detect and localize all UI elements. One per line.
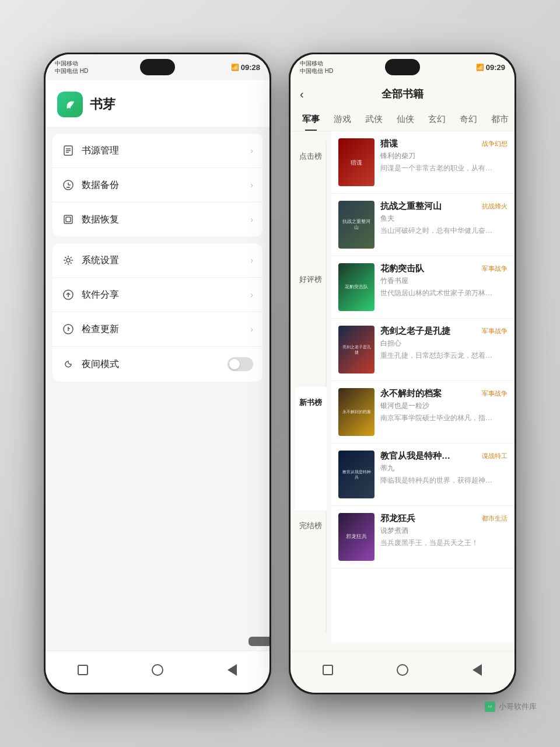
rank-new[interactable]: 新书榜 <box>295 387 327 510</box>
book-info-5: 永不解封的档案 军事战争 银河也是一粒沙 南京军事学院硕士毕业的林凡，指… <box>380 388 508 423</box>
book-cover-2: 抗战之重整河山 <box>338 201 374 249</box>
rank-complete[interactable]: 完结榜 <box>295 510 327 633</box>
book-author-7: 说梦煮酒 <box>380 526 508 536</box>
app-header: 书芽 <box>46 80 270 127</box>
menu-group-1: 书源管理 › 数据备份 › <box>52 134 262 236</box>
book-desc-7: 当兵废黑手王，当是兵天之王！ <box>380 538 508 548</box>
night-mode-toggle[interactable] <box>228 357 253 371</box>
nav-home-button-2[interactable] <box>393 661 412 679</box>
arrow-icon-2: › <box>250 180 253 190</box>
book-info-2: 抗战之重整河山 抗战烽火 鱼夫 当山河破碎之时，总有中华健儿奋… <box>380 201 508 236</box>
book-title-6: 教官从我是特种… <box>380 451 450 462</box>
carrier-info-2: 中国移动 中国电信 HD <box>300 60 333 75</box>
square-icon <box>78 665 88 675</box>
arrow-icon-6: › <box>250 324 253 334</box>
night-mode-label: 夜间模式 <box>82 358 228 371</box>
menu-night-mode[interactable]: 夜间模式 <box>52 347 262 382</box>
menu-data-backup[interactable]: 数据备份 › <box>52 168 262 203</box>
book-info-7: 邪龙狂兵 都市生活 说梦煮酒 当兵废黑手王，当是兵天之王！ <box>380 513 508 548</box>
book-desc-4: 重生孔捷，日常怼彭李云龙，怼着… <box>380 351 508 361</box>
back-triangle-icon <box>228 664 237 676</box>
share-label: 软件分享 <box>82 289 250 301</box>
tab-games[interactable]: 游戏 <box>327 108 358 131</box>
tab-qihuan[interactable]: 奇幻 <box>453 108 484 131</box>
nav-back-button[interactable] <box>223 661 242 679</box>
book-tag-5: 军事战争 <box>482 389 508 398</box>
book-list: 猎谍 猎谍 战争幻想 锋利的柴刀 间谍是一个非常古老的职业，从有… 抗战之重整河… <box>331 131 514 643</box>
tab-dushi[interactable]: 都市 <box>484 108 514 131</box>
book-cover-1: 猎谍 <box>338 138 374 186</box>
rank-click[interactable]: 点击榜 <box>295 141 327 264</box>
book-tag-3: 军事战争 <box>482 264 508 273</box>
svg-rect-9 <box>64 215 72 224</box>
settings-label: 系统设置 <box>82 254 250 267</box>
book-title-5: 永不解封的档案 <box>380 388 442 399</box>
arrow-icon-1: › <box>250 146 253 155</box>
book-cover-4: 亮剑之老子是孔捷 <box>338 326 374 374</box>
book-author-3: 竹香书屋 <box>380 276 508 286</box>
book-tag-2: 抗战烽火 <box>482 202 508 211</box>
book-source-label: 书源管理 <box>82 145 250 157</box>
menu-update[interactable]: 检查更新 › <box>52 312 262 347</box>
book-title-4: 亮剑之老子是孔捷 <box>380 326 450 337</box>
tab-xuanhuan[interactable]: 玄幻 <box>421 108 453 131</box>
content-area: 点击榜 好评榜 新书榜 完结榜 猎谍 猎谍 战争幻想 锋利的柴刀 <box>290 131 514 643</box>
svg-rect-10 <box>66 217 71 222</box>
status-bar-2: 中国移动 中国电信 HD 📶 09:29 <box>290 54 514 80</box>
book-item-6[interactable]: 教官从我是特种兵 教官从我是特种… 谍战特工 蒂九 降临我是特种兵的世界，获得超… <box>331 444 514 506</box>
menu-data-restore[interactable]: 数据恢复 › <box>52 203 262 236</box>
book-desc-1: 间谍是一个非常古老的职业，从有… <box>380 163 508 173</box>
moon-icon <box>62 358 75 371</box>
book-info-6: 教官从我是特种… 谍战特工 蒂九 降临我是特种兵的世界，获得超神… <box>380 451 508 486</box>
backup-label: 数据备份 <box>82 179 250 191</box>
page-header: ‹ 全部书籍 <box>290 80 514 108</box>
book-cover-3: 花豹突击队 <box>338 263 374 311</box>
book-author-5: 银河也是一粒沙 <box>380 401 508 411</box>
nav-square-button[interactable] <box>74 661 92 679</box>
book-desc-2: 当山河破碎之时，总有中华健儿奋… <box>380 226 508 236</box>
nav-home-button[interactable] <box>148 661 167 679</box>
book-info-4: 亮剑之老子是孔捷 军事战争 白担心 重生孔捷，日常怼彭李云龙，怼着… <box>380 326 508 361</box>
book-item-5[interactable]: 永不解封的档案 永不解封的档案 军事战争 银河也是一粒沙 南京军事学院硕士毕业的… <box>331 381 514 444</box>
phone-booklist: 中国移动 中国电信 HD 📶 09:29 ‹ 全部书籍 军事 游戏 武侠 仙侠 … <box>289 53 516 694</box>
camera-notch-2 <box>385 59 420 75</box>
menu-group-2: 系统设置 › 软件分享 › <box>52 243 262 382</box>
arrow-icon-3: › <box>250 215 253 224</box>
book-title-2: 抗战之重整河山 <box>380 201 442 212</box>
book-tag-1: 战争幻想 <box>482 139 508 148</box>
svg-point-11 <box>66 259 70 262</box>
bottom-nav-2 <box>290 651 514 693</box>
book-author-4: 白担心 <box>380 338 508 348</box>
book-title-1: 猎谍 <box>380 138 398 149</box>
book-info-1: 猎谍 战争幻想 锋利的柴刀 间谍是一个非常古老的职业，从有… <box>380 138 508 173</box>
tab-xianxia[interactable]: 仙侠 <box>390 108 421 131</box>
book-title-3: 花豹突击队 <box>380 263 424 274</box>
nav-back-button-2[interactable] <box>468 661 487 679</box>
book-item-3[interactable]: 花豹突击队 花豹突击队 军事战争 竹香书屋 世代隐居山林的武术世家子弟万林… <box>331 256 514 319</box>
share-icon <box>62 288 75 301</box>
menu-share[interactable]: 软件分享 › <box>52 278 262 312</box>
book-cover-6: 教官从我是特种兵 <box>338 451 374 498</box>
shelf-button[interactable]: 书架 <box>249 637 270 646</box>
menu-settings[interactable]: 系统设置 › <box>52 243 262 278</box>
wechat-icon <box>485 701 495 712</box>
status-bar-1: 中国移动 中国电信 HD 📶 09:28 <box>46 54 270 80</box>
book-item-1[interactable]: 猎谍 猎谍 战争幻想 锋利的柴刀 间谍是一个非常古老的职业，从有… <box>331 131 514 194</box>
update-label: 检查更新 <box>82 323 250 336</box>
back-button[interactable]: ‹ <box>300 88 304 101</box>
svg-point-18 <box>488 707 489 708</box>
menu-book-source[interactable]: 书源管理 › <box>52 134 262 168</box>
status-icons: 📶 09:28 <box>231 63 260 72</box>
nav-square-button-2[interactable] <box>318 661 337 679</box>
rank-review[interactable]: 好评榜 <box>295 264 327 387</box>
tab-wuxia[interactable]: 武侠 <box>358 108 390 131</box>
status-icons-2: 📶 09:29 <box>476 63 505 72</box>
tab-military[interactable]: 军事 <box>295 108 327 131</box>
book-item-7[interactable]: 邪龙狂兵 邪龙狂兵 都市生活 说梦煮酒 当兵废黑手王，当是兵天之王！ <box>331 506 514 568</box>
book-desc-5: 南京军事学院硕士毕业的林凡，指… <box>380 413 508 423</box>
book-item-2[interactable]: 抗战之重整河山 抗战之重整河山 抗战烽火 鱼夫 当山河破碎之时，总有中华健儿奋… <box>331 194 514 256</box>
book-info-3: 花豹突击队 军事战争 竹香书屋 世代隐居山林的武术世家子弟万林… <box>380 263 508 298</box>
book-item-4[interactable]: 亮剑之老子是孔捷 亮剑之老子是孔捷 军事战争 白担心 重生孔捷，日常怼彭李云龙，… <box>331 319 514 381</box>
book-tag-4: 军事战争 <box>482 327 508 336</box>
back-triangle-icon-2 <box>473 664 482 676</box>
